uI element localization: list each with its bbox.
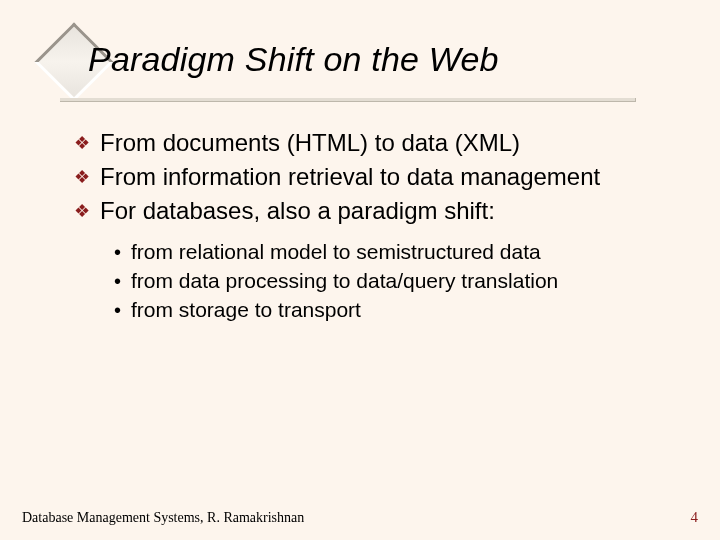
footer-source: Database Management Systems, R. Ramakris… bbox=[22, 510, 304, 526]
list-item-text: For databases, also a paradigm shift: bbox=[100, 196, 660, 226]
page-number: 4 bbox=[691, 509, 699, 526]
title-underline bbox=[60, 98, 636, 102]
dot-bullet-icon: • bbox=[114, 267, 121, 295]
list-item: • from relational model to semistructure… bbox=[114, 238, 660, 267]
slide-body: ❖ From documents (HTML) to data (XML) ❖ … bbox=[74, 128, 660, 325]
sublist: • from relational model to semistructure… bbox=[114, 238, 660, 325]
diamond-bullet-icon: ❖ bbox=[74, 196, 90, 226]
diamond-bullet-icon: ❖ bbox=[74, 162, 90, 192]
list-item-text: from storage to transport bbox=[131, 296, 361, 325]
list-item-text: from relational model to semistructured … bbox=[131, 238, 541, 267]
list-item: ❖ For databases, also a paradigm shift: bbox=[74, 196, 660, 226]
dot-bullet-icon: • bbox=[114, 238, 121, 266]
list-item: ❖ From documents (HTML) to data (XML) bbox=[74, 128, 660, 158]
list-item: • from data processing to data/query tra… bbox=[114, 267, 660, 296]
footer: Database Management Systems, R. Ramakris… bbox=[22, 509, 698, 526]
slide-title: Paradigm Shift on the Web bbox=[88, 40, 499, 79]
list-item-text: From documents (HTML) to data (XML) bbox=[100, 128, 660, 158]
list-item-text: from data processing to data/query trans… bbox=[131, 267, 558, 296]
list-item: • from storage to transport bbox=[114, 296, 660, 325]
dot-bullet-icon: • bbox=[114, 296, 121, 324]
list-item: ❖ From information retrieval to data man… bbox=[74, 162, 660, 192]
list-item-text: From information retrieval to data manag… bbox=[100, 162, 660, 192]
diamond-bullet-icon: ❖ bbox=[74, 128, 90, 158]
